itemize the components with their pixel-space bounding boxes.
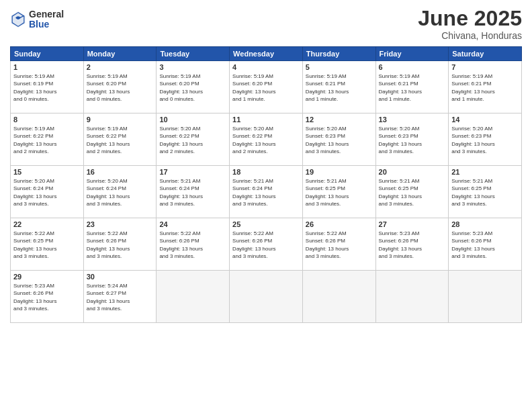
day-29: 29 Sunrise: 5:23 AMSunset: 6:26 PMDaylig… <box>11 271 84 323</box>
calendar-row-1: 1 Sunrise: 5:19 AMSunset: 6:19 PMDayligh… <box>11 61 522 113</box>
day-26: 26 Sunrise: 5:22 AMSunset: 6:26 PMDaylig… <box>302 218 375 271</box>
day-20: 20 Sunrise: 5:21 AMSunset: 6:25 PMDaylig… <box>375 166 449 218</box>
day-24: 24 Sunrise: 5:22 AMSunset: 6:26 PMDaylig… <box>157 218 230 271</box>
header-sunday: Sunday <box>11 47 84 61</box>
day-3: 3 Sunrise: 5:19 AMSunset: 6:20 PMDayligh… <box>157 61 230 113</box>
day-19: 19 Sunrise: 5:21 AMSunset: 6:25 PMDaylig… <box>302 166 375 218</box>
logo-blue-text: Blue <box>29 19 64 30</box>
title-area: June 2025 Chivana, Honduras <box>418 7 522 41</box>
empty-cell-2 <box>230 271 303 323</box>
day-4: 4 Sunrise: 5:19 AMSunset: 6:20 PMDayligh… <box>230 61 303 113</box>
header-saturday: Saturday <box>449 47 522 61</box>
day-7: 7 Sunrise: 5:19 AMSunset: 6:21 PMDayligh… <box>449 61 522 113</box>
calendar-row-3: 15 Sunrise: 5:20 AMSunset: 6:24 PMDaylig… <box>11 166 522 218</box>
day-12: 12 Sunrise: 5:20 AMSunset: 6:23 PMDaylig… <box>302 113 375 166</box>
day-8: 8 Sunrise: 5:19 AMSunset: 6:22 PMDayligh… <box>11 113 84 166</box>
day-10: 10 Sunrise: 5:20 AMSunset: 6:22 PMDaylig… <box>157 113 230 166</box>
day-15: 15 Sunrise: 5:20 AMSunset: 6:24 PMDaylig… <box>11 166 84 218</box>
header-thursday: Thursday <box>302 47 375 61</box>
logo-text: General Blue <box>29 9 64 30</box>
location-subtitle: Chivana, Honduras <box>418 30 522 41</box>
header-monday: Monday <box>83 47 157 61</box>
empty-cell-5 <box>449 271 522 323</box>
calendar-row-5: 29 Sunrise: 5:23 AMSunset: 6:26 PMDaylig… <box>11 271 522 323</box>
header-friday: Friday <box>375 47 449 61</box>
logo-icon <box>10 10 26 29</box>
day-28: 28 Sunrise: 5:23 AMSunset: 6:26 PMDaylig… <box>449 218 522 271</box>
day-30: 30 Sunrise: 5:24 AMSunset: 6:27 PMDaylig… <box>83 271 157 323</box>
month-title: June 2025 <box>418 7 522 30</box>
day-18: 18 Sunrise: 5:21 AMSunset: 6:24 PMDaylig… <box>230 166 303 218</box>
header-wednesday: Wednesday <box>230 47 303 61</box>
day-6: 6 Sunrise: 5:19 AMSunset: 6:21 PMDayligh… <box>375 61 449 113</box>
day-17: 17 Sunrise: 5:21 AMSunset: 6:24 PMDaylig… <box>157 166 230 218</box>
day-11: 11 Sunrise: 5:20 AMSunset: 6:22 PMDaylig… <box>230 113 303 166</box>
logo: General Blue <box>10 9 64 30</box>
day-5: 5 Sunrise: 5:19 AMSunset: 6:21 PMDayligh… <box>302 61 375 113</box>
logo-general-text: General <box>29 9 64 19</box>
day-1: 1 Sunrise: 5:19 AMSunset: 6:19 PMDayligh… <box>11 61 84 113</box>
empty-cell-3 <box>302 271 375 323</box>
day-13: 13 Sunrise: 5:20 AMSunset: 6:23 PMDaylig… <box>375 113 449 166</box>
day-27: 27 Sunrise: 5:23 AMSunset: 6:26 PMDaylig… <box>375 218 449 271</box>
day-25: 25 Sunrise: 5:22 AMSunset: 6:26 PMDaylig… <box>230 218 303 271</box>
day-23: 23 Sunrise: 5:22 AMSunset: 6:26 PMDaylig… <box>83 218 157 271</box>
header-tuesday: Tuesday <box>157 47 230 61</box>
page: General Blue June 2025 Chivana, Honduras… <box>0 0 532 411</box>
day-14: 14 Sunrise: 5:20 AMSunset: 6:23 PMDaylig… <box>449 113 522 166</box>
calendar-row-4: 22 Sunrise: 5:22 AMSunset: 6:25 PMDaylig… <box>11 218 522 271</box>
empty-cell-1 <box>157 271 230 323</box>
day-2: 2 Sunrise: 5:19 AMSunset: 6:20 PMDayligh… <box>83 61 157 113</box>
calendar-row-2: 8 Sunrise: 5:19 AMSunset: 6:22 PMDayligh… <box>11 113 522 166</box>
header: General Blue June 2025 Chivana, Honduras <box>10 7 522 41</box>
day-16: 16 Sunrise: 5:20 AMSunset: 6:24 PMDaylig… <box>83 166 157 218</box>
calendar-header-row: Sunday Monday Tuesday Wednesday Thursday… <box>11 47 522 61</box>
day-21: 21 Sunrise: 5:21 AMSunset: 6:25 PMDaylig… <box>449 166 522 218</box>
calendar-table: Sunday Monday Tuesday Wednesday Thursday… <box>10 46 522 323</box>
empty-cell-4 <box>375 271 449 323</box>
day-22: 22 Sunrise: 5:22 AMSunset: 6:25 PMDaylig… <box>11 218 84 271</box>
day-9: 9 Sunrise: 5:19 AMSunset: 6:22 PMDayligh… <box>83 113 157 166</box>
